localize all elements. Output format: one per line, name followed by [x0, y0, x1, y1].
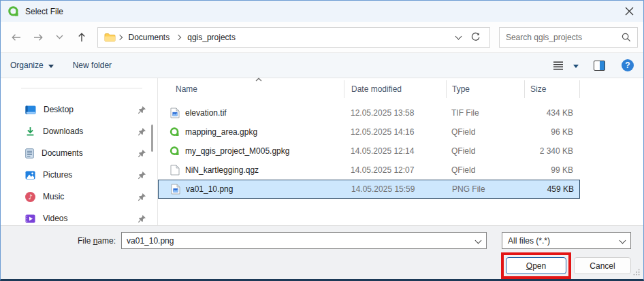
cancel-button[interactable]: Cancel	[574, 257, 631, 274]
pin-icon	[138, 105, 146, 114]
column-header-name[interactable]: Name	[158, 80, 344, 98]
sidebar-item-videos[interactable]: Videos	[1, 208, 157, 229]
file-row-mapping-area-gpkg[interactable]: mapping_area.gpkg 12.05.2025 14:16 QFiel…	[158, 122, 580, 142]
resize-grip[interactable]	[633, 269, 640, 276]
dialog-body: Desktop Downloads	[1, 78, 643, 225]
dialog-footer: File name: All files (*.*) Open Cancel	[1, 225, 643, 280]
breadcrumb-item-documents[interactable]: Documents	[124, 33, 175, 42]
preview-pane-icon[interactable]	[594, 61, 605, 71]
back-button[interactable]	[7, 28, 25, 47]
folder-icon	[104, 33, 116, 42]
file-size: 99 KB	[524, 165, 580, 175]
sidebar-item-label: Documents	[42, 148, 83, 158]
column-header-size[interactable]: Size	[524, 80, 580, 98]
navigation-bar: Documents qgis_projects	[1, 22, 643, 52]
file-date: 14.05.2025 12:14	[344, 146, 446, 156]
sidebar-item-documents[interactable]: Documents	[1, 142, 157, 164]
search-input[interactable]	[500, 33, 622, 42]
breadcrumb-chevron-icon	[176, 34, 181, 39]
details-view-icon	[553, 61, 564, 70]
file-size: 459 KB	[525, 184, 581, 194]
help-icon[interactable]: ?	[622, 59, 634, 71]
breadcrumb: Documents qgis_projects	[97, 27, 490, 48]
downloads-icon	[25, 127, 35, 136]
file-date: 12.05.2025 14:16	[344, 127, 446, 137]
column-header-date-modified[interactable]: Date modified	[344, 80, 446, 98]
file-type: QField	[446, 127, 524, 137]
column-header-type[interactable]: Type	[446, 80, 524, 98]
file-name: va01_10.png	[186, 184, 233, 194]
file-name-input[interactable]	[122, 236, 476, 246]
pictures-icon	[25, 171, 35, 180]
search-icon	[622, 33, 631, 42]
file-name: elevation.tif	[185, 108, 227, 118]
file-row-elevation-tif[interactable]: elevation.tif 12.05.2025 13:58 TIF File …	[158, 103, 580, 122]
select-file-dialog: Select File Docu	[0, 0, 644, 281]
change-view-button[interactable]	[553, 61, 579, 70]
file-size: 434 KB	[524, 108, 580, 118]
qgis-file-icon	[170, 146, 180, 156]
file-size: 2 340 KB	[524, 146, 580, 156]
chevron-down-icon	[619, 237, 626, 244]
file-name: NiN_kartlegging.qgz	[185, 165, 259, 175]
file-name-label: File name:	[78, 236, 116, 246]
new-folder-label: New folder	[73, 61, 112, 70]
sidebar-item-pictures[interactable]: Pictures	[1, 164, 157, 186]
command-bar: Organize New folder ?	[1, 52, 643, 78]
file-size: 96 KB	[524, 127, 580, 137]
file-row-my-qgis-project-gpkg[interactable]: my_qgis_project_M005.gpkg 14.05.2025 12:…	[158, 142, 580, 161]
file-type: PNG File	[447, 184, 525, 194]
view-controls: ?	[553, 59, 634, 71]
sidebar-item-label: Music	[43, 192, 64, 201]
image-file-icon	[170, 184, 180, 195]
pin-icon	[138, 193, 146, 201]
file-name: my_qgis_project_M005.gpkg	[185, 146, 289, 156]
file-rows: elevation.tif 12.05.2025 13:58 TIF File …	[158, 103, 643, 199]
sidebar-item-desktop[interactable]: Desktop	[1, 99, 157, 120]
file-row-nin-kartlegging-qgz[interactable]: NiN_kartlegging.qgz 14.05.2025 12:07 QFi…	[158, 161, 580, 180]
address-dropdown-chevron-icon[interactable]	[455, 33, 462, 40]
documents-icon	[25, 148, 34, 159]
sidebar-item-label: Videos	[43, 214, 67, 223]
sidebar-divider	[21, 88, 142, 88]
file-list: Name Date modified Type Size elevation.t…	[158, 78, 643, 225]
sidebar-item-label: Desktop	[44, 105, 74, 114]
pin-icon	[138, 149, 146, 158]
window-title: Select File	[25, 7, 63, 16]
file-type: TIF File	[446, 108, 524, 118]
chevron-down-icon[interactable]	[475, 237, 482, 244]
sidebar: Desktop Downloads	[1, 78, 158, 225]
file-type: QField	[446, 146, 524, 156]
sidebar-item-label: Downloads	[43, 127, 83, 136]
music-icon: ♪	[25, 192, 35, 202]
breadcrumb-chevron-icon	[116, 34, 122, 39]
refresh-icon[interactable]	[470, 32, 481, 42]
breadcrumb-item-qgis-projects[interactable]: qgis_projects	[182, 33, 240, 42]
search-box	[499, 27, 638, 48]
organize-label: Organize	[10, 61, 44, 70]
titlebar: Select File	[1, 1, 643, 22]
file-name-combobox	[121, 232, 487, 249]
sidebar-item-music[interactable]: ♪ Music	[1, 186, 157, 208]
file-row-va01-10-png[interactable]: va01_10.png 14.05.2025 15:59 PNG File 45…	[158, 180, 580, 199]
pin-icon	[138, 127, 146, 136]
qgis-file-icon	[170, 127, 180, 137]
videos-icon	[25, 214, 35, 223]
file-date: 14.05.2025 15:59	[344, 184, 447, 194]
sidebar-item-downloads[interactable]: Downloads	[1, 120, 157, 142]
sidebar-scrollbar-thumb[interactable]	[151, 125, 153, 152]
up-button[interactable]	[73, 28, 91, 47]
organize-button[interactable]: Organize	[10, 61, 54, 70]
close-button[interactable]	[615, 1, 643, 22]
chevron-down-icon	[48, 65, 54, 68]
pin-icon	[138, 214, 146, 223]
new-folder-button[interactable]: New folder	[73, 61, 112, 70]
file-type-select[interactable]: All files (*.*)	[502, 232, 631, 249]
open-button[interactable]: Open	[506, 257, 566, 274]
annotation-highlight: Open	[501, 252, 571, 279]
forward-button[interactable]	[29, 28, 47, 47]
recent-locations-chevron-icon[interactable]	[51, 28, 69, 47]
pin-icon	[138, 171, 146, 180]
image-file-icon	[170, 108, 180, 118]
sort-ascending-icon	[255, 78, 262, 82]
